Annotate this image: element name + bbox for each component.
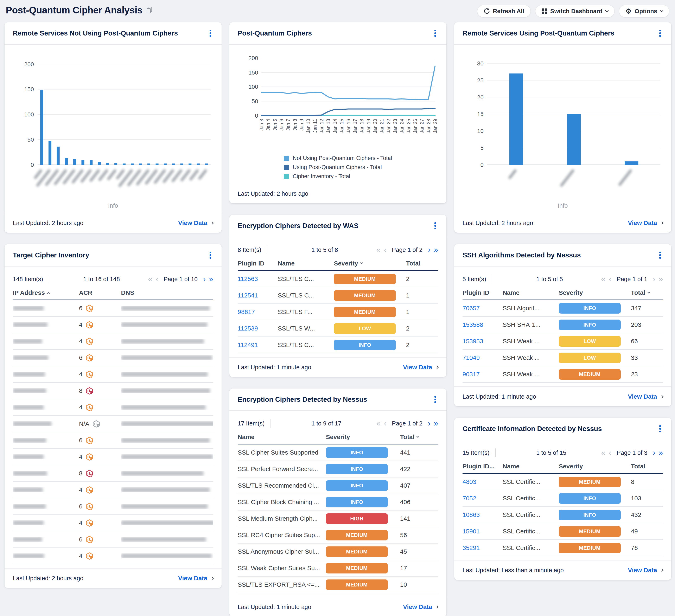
table-row[interactable]: 4 xyxy=(13,333,213,350)
table-row[interactable]: 6 xyxy=(13,350,213,366)
table-row[interactable]: 7052SSL Certific...INFO103 xyxy=(462,490,663,507)
first-page-button[interactable]: « xyxy=(376,246,381,254)
next-page-button[interactable]: › xyxy=(428,419,431,427)
view-data-link[interactable]: View Data xyxy=(403,603,438,610)
prev-page-button[interactable]: ‹ xyxy=(384,246,386,254)
plugin-id-link[interactable]: 70657 xyxy=(462,305,480,311)
table-row[interactable]: SSL/TLS EXPORT_RSA <=...MEDIUM10 xyxy=(238,576,438,593)
plugin-id-link[interactable]: 153588 xyxy=(462,321,483,328)
column-header-acr[interactable]: ACR xyxy=(79,289,121,296)
table-row[interactable]: 4 xyxy=(13,548,213,564)
table-row[interactable]: 6 xyxy=(13,432,213,449)
next-page-button[interactable]: › xyxy=(203,275,206,283)
plugin-id-link[interactable]: 112539 xyxy=(238,325,258,332)
plugin-id-link[interactable]: 7052 xyxy=(462,495,476,502)
legend-item[interactable]: Using Post-Quantum Ciphers - Total xyxy=(284,164,392,170)
first-page-button[interactable]: « xyxy=(601,449,605,457)
plugin-id-link[interactable]: 15901 xyxy=(462,528,480,535)
view-data-link[interactable]: View Data xyxy=(628,567,663,574)
column-header-total[interactable]: Total xyxy=(631,289,663,296)
table-row[interactable]: SSL Cipher Suites SupportedINFO441 xyxy=(238,445,438,461)
view-data-link[interactable]: View Data xyxy=(628,219,663,226)
kebab-menu-icon[interactable] xyxy=(208,28,213,38)
table-row[interactable]: 112539SSL/TLS W...LOW2 xyxy=(238,320,438,337)
table-row[interactable]: N/A xyxy=(13,416,213,432)
column-header-severity[interactable]: Severity xyxy=(559,463,631,470)
last-page-button[interactable]: » xyxy=(434,419,438,427)
table-row[interactable]: 4803SSL Certific...MEDIUM8 xyxy=(462,474,663,490)
switch-dashboard-button[interactable]: Switch Dashboard xyxy=(535,5,614,17)
table-row[interactable]: 6 xyxy=(13,531,213,548)
plugin-id-link[interactable]: 112541 xyxy=(238,292,258,299)
column-header-name[interactable]: Name xyxy=(503,463,559,470)
plugin-id-link[interactable]: 35291 xyxy=(462,544,480,551)
table-row[interactable]: 15901SSL Certific...MEDIUM49 xyxy=(462,523,663,540)
last-page-button[interactable]: » xyxy=(659,449,663,457)
column-header-ip[interactable]: IP Address xyxy=(13,289,79,296)
legend-item[interactable]: Cipher Inventory - Total xyxy=(284,173,392,179)
kebab-menu-icon[interactable] xyxy=(657,424,663,434)
view-data-link[interactable]: View Data xyxy=(403,364,438,371)
prev-page-button[interactable]: ‹ xyxy=(609,449,611,457)
last-page-button[interactable]: » xyxy=(209,275,213,283)
options-button[interactable]: ⚙ Options xyxy=(619,5,669,17)
table-row[interactable]: 4 xyxy=(13,366,213,383)
table-row[interactable]: 4 xyxy=(13,482,213,498)
legend-item[interactable]: Not Using Post-Quantum Ciphers - Total xyxy=(284,155,392,161)
column-header-dns[interactable]: DNS xyxy=(121,289,213,296)
table-row[interactable]: 4 xyxy=(13,399,213,416)
table-row[interactable]: 70657SSH Algorit...INFO347 xyxy=(462,300,663,317)
last-page-button[interactable]: » xyxy=(659,275,663,283)
column-header-total[interactable]: Total xyxy=(631,463,663,470)
column-header-severity[interactable]: Severity xyxy=(326,434,400,441)
kebab-menu-icon[interactable] xyxy=(432,395,438,404)
column-header-name[interactable]: Name xyxy=(503,289,559,296)
table-row[interactable]: 71049SSH Weak ...LOW33 xyxy=(462,350,663,366)
column-header-plugin_id[interactable]: Plugin ID xyxy=(238,260,278,267)
table-row[interactable]: 35291SSL Certific...MEDIUM76 xyxy=(462,540,663,556)
copy-icon[interactable] xyxy=(146,7,152,14)
plugin-id-link[interactable]: 4803 xyxy=(462,478,476,485)
prev-page-button[interactable]: ‹ xyxy=(384,419,386,427)
refresh-all-button[interactable]: Refresh All xyxy=(477,5,531,17)
table-row[interactable]: SSL Anonymous Cipher Sui...MEDIUM45 xyxy=(238,544,438,560)
first-page-button[interactable]: « xyxy=(376,419,381,427)
kebab-menu-icon[interactable] xyxy=(208,250,213,260)
table-row[interactable]: 4 xyxy=(13,515,213,531)
table-row[interactable]: 153588SSH SHA-1...INFO203 xyxy=(462,317,663,333)
first-page-button[interactable]: « xyxy=(148,275,152,283)
table-row[interactable]: SSL Weak Cipher Suites Su...MEDIUM17 xyxy=(238,560,438,576)
column-header-severity[interactable]: Severity xyxy=(334,260,406,267)
table-row[interactable]: 98617SSL/TLS F...MEDIUM1 xyxy=(238,304,438,320)
column-header-severity[interactable]: Severity xyxy=(559,289,631,296)
kebab-menu-icon[interactable] xyxy=(432,28,438,38)
view-data-link[interactable]: View Data xyxy=(178,575,213,582)
table-row[interactable]: 6 xyxy=(13,300,213,317)
column-header-plugin_id[interactable]: Plugin ID xyxy=(462,289,503,296)
plugin-id-link[interactable]: 10863 xyxy=(462,511,480,518)
table-row[interactable]: 112563SSL/TLS C...MEDIUM2 xyxy=(238,271,438,287)
table-row[interactable]: 112491SSL/TLS C...INFO2 xyxy=(238,337,438,354)
table-row[interactable]: 90317SSH Weak ...MEDIUM23 xyxy=(462,366,663,383)
next-page-button[interactable]: › xyxy=(653,275,655,283)
plugin-id-link[interactable]: 71049 xyxy=(462,354,480,361)
column-header-plugin_id[interactable]: Plugin ID... xyxy=(462,463,503,470)
table-row[interactable]: 8 xyxy=(13,465,213,482)
column-header-total[interactable]: Total xyxy=(406,260,438,267)
first-page-button[interactable]: « xyxy=(601,275,605,283)
table-row[interactable]: SSL Medium Strength Ciph...HIGH141 xyxy=(238,511,438,527)
kebab-menu-icon[interactable] xyxy=(657,28,663,38)
view-data-link[interactable]: View Data xyxy=(178,219,213,226)
table-row[interactable]: SSL RC4 Cipher Suites Sup...MEDIUM56 xyxy=(238,527,438,544)
plugin-id-link[interactable]: 90317 xyxy=(462,371,480,378)
plugin-id-link[interactable]: 153953 xyxy=(462,338,483,344)
next-page-button[interactable]: › xyxy=(653,449,655,457)
table-row[interactable]: 10863SSL Certific...INFO432 xyxy=(462,507,663,523)
table-row[interactable]: 112541SSL/TLS C...MEDIUM1 xyxy=(238,287,438,304)
table-row[interactable]: SSL Cipher Block Chaining ...INFO406 xyxy=(238,494,438,511)
column-header-name[interactable]: Name xyxy=(238,434,326,441)
table-row[interactable]: 153953SSH Weak ...LOW66 xyxy=(462,333,663,350)
column-header-name[interactable]: Name xyxy=(278,260,334,267)
last-page-button[interactable]: » xyxy=(434,246,438,254)
table-row[interactable]: SSL/TLS Recommended Ci...INFO407 xyxy=(238,477,438,494)
